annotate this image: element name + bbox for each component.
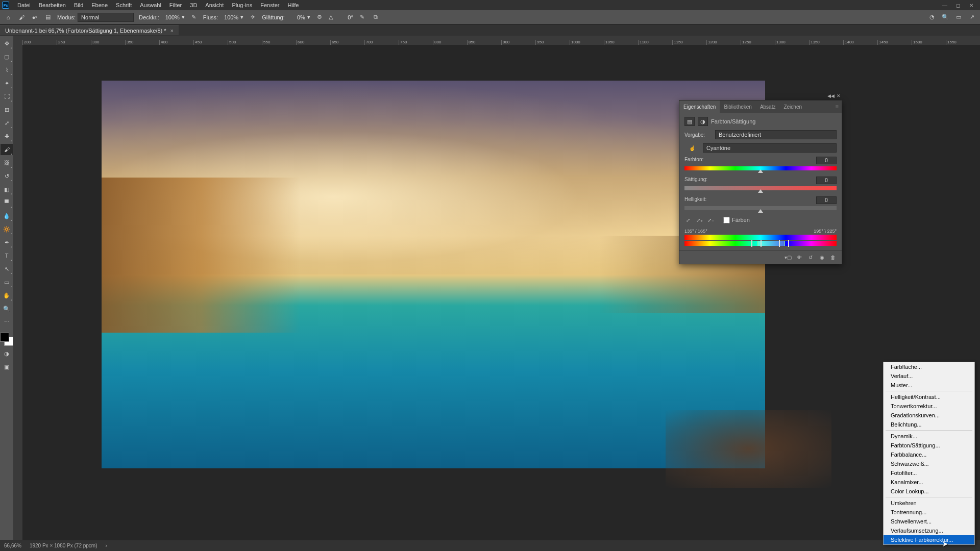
menu-item[interactable]: Muster... — [884, 381, 974, 390]
finger-icon[interactable]: ☝ — [684, 144, 700, 152]
gradient-tool[interactable]: ▀ — [1, 197, 13, 208]
eraser-tool[interactable]: ◧ — [1, 184, 13, 195]
symmetry-icon[interactable]: ⧉ — [372, 13, 380, 21]
ruler-horizontal[interactable]: 2002503003504004505005506006507007508008… — [13, 36, 980, 45]
chevron-down-icon[interactable]: ▾ — [182, 14, 185, 20]
menu-item[interactable]: Color Lookup... — [884, 487, 974, 496]
workspace-icon[interactable]: ▭ — [954, 13, 963, 21]
menu-3d[interactable]: 3D — [186, 2, 201, 8]
home-icon[interactable]: ⌂ — [4, 13, 12, 21]
quickmask-icon[interactable]: ◑ — [1, 348, 13, 359]
shape-tool[interactable]: ▭ — [1, 277, 13, 288]
menu-item[interactable]: Selektive Farbkorrektur... — [884, 535, 974, 544]
panel-close-icon[interactable]: ✕ — [837, 93, 841, 98]
chevron-right-icon[interactable]: › — [106, 543, 107, 548]
marquee-tool[interactable]: ▢ — [1, 51, 13, 62]
zoom-level[interactable]: 66,66% — [4, 543, 21, 548]
menu-item[interactable]: Schwarzweiß... — [884, 459, 974, 468]
menu-item[interactable]: Dynamik... — [884, 432, 974, 441]
dodge-tool[interactable]: 🔆 — [1, 223, 13, 235]
lightness-slider[interactable] — [684, 206, 837, 211]
menu-item[interactable]: Helligkeit/Kontrast... — [884, 392, 974, 402]
menu-item[interactable]: Farbfläche... — [884, 362, 974, 371]
menu-window[interactable]: Fenster — [256, 2, 283, 8]
menu-item[interactable]: Tonwertkorrektur... — [884, 402, 974, 411]
path-tool[interactable]: ↖ — [1, 263, 13, 274]
doc-info[interactable]: 1920 Px × 1080 Px (72 ppcm) — [30, 543, 97, 548]
menu-item[interactable]: Schwellenwert... — [884, 517, 974, 526]
tab-character[interactable]: Zeichen — [779, 101, 806, 113]
stamp-tool[interactable]: ⛓ — [1, 157, 13, 168]
smoothing-input[interactable]: 0% — [287, 14, 305, 20]
menu-file[interactable]: Datei — [13, 2, 35, 8]
mask-icon[interactable]: ◑ — [698, 117, 708, 126]
document-tab[interactable]: Unbenannt-1 bei 66,7% (Farbton/Sättigung… — [0, 26, 179, 35]
menu-select[interactable]: Auswahl — [136, 2, 165, 8]
menu-item[interactable]: Belichtung... — [884, 420, 974, 429]
pressure-size-icon[interactable]: ✎ — [358, 13, 366, 21]
chevron-down-icon[interactable]: ▾ — [240, 14, 243, 20]
hue-slider[interactable] — [684, 166, 837, 171]
close-tab-icon[interactable]: × — [170, 28, 174, 34]
hue-input[interactable]: 0 — [816, 157, 837, 164]
pen-tool[interactable]: ✒ — [1, 237, 13, 248]
pressure-opacity-icon[interactable]: ✎ — [190, 13, 198, 21]
angle-input[interactable]: 0° — [335, 14, 353, 20]
color-range-strip-bottom[interactable] — [684, 241, 837, 246]
mode-select[interactable]: Normal — [78, 13, 134, 22]
menu-type[interactable]: Schrift — [112, 2, 136, 8]
menu-item[interactable]: Verlauf... — [884, 371, 974, 381]
brush-preset-icon[interactable]: ●▾ — [31, 13, 39, 21]
menu-plugins[interactable]: Plug-ins — [228, 2, 256, 8]
channel-select[interactable]: Cyantöne — [703, 143, 837, 153]
maximize-icon[interactable]: ◻ — [951, 3, 965, 8]
menu-view[interactable]: Ansicht — [201, 2, 228, 8]
close-icon[interactable]: ✕ — [965, 3, 978, 8]
lightness-input[interactable]: 0 — [816, 196, 837, 204]
collapse-icon[interactable]: ◀◀ — [827, 93, 835, 98]
tab-properties[interactable]: Eigenschaften — [679, 101, 720, 113]
menu-edit[interactable]: Bearbeiten — [35, 2, 70, 8]
foreground-color[interactable] — [0, 333, 9, 342]
menu-image[interactable]: Bild — [70, 2, 87, 8]
eyedropper-minus-icon[interactable]: ⤢₋ — [707, 216, 714, 223]
color-swatch[interactable] — [0, 333, 13, 346]
colorize-checkbox[interactable]: Färben — [723, 217, 750, 223]
view-previous-icon[interactable]: 👁 — [796, 254, 803, 261]
airbrush-icon[interactable]: ✈ — [249, 13, 257, 21]
history-brush-tool[interactable]: ↺ — [1, 170, 13, 182]
trash-icon[interactable]: 🗑 — [829, 254, 837, 261]
eyedropper-icon[interactable]: ⤢ — [684, 216, 692, 223]
menu-item[interactable]: Umkehren — [884, 498, 974, 508]
brush-tool[interactable]: 🖌 — [1, 144, 13, 155]
move-tool[interactable]: ✥ — [1, 38, 13, 49]
eyedropper-plus-icon[interactable]: ⤢₊ — [696, 216, 703, 223]
zoom-tool[interactable]: 🔍 — [1, 303, 13, 314]
chevron-down-icon[interactable]: ▾ — [307, 14, 310, 20]
heal-tool[interactable]: ✚ — [1, 131, 13, 142]
edit-toolbar-icon[interactable]: ⋯ — [1, 316, 13, 328]
menu-item[interactable]: Gradationskurven... — [884, 411, 974, 420]
eyedropper-tool[interactable]: ⤢ — [1, 117, 13, 129]
menu-item[interactable]: Tontrennung... — [884, 508, 974, 517]
menu-item[interactable]: Farbton/Sättigung... — [884, 441, 974, 450]
wand-tool[interactable]: ✦ — [1, 78, 13, 89]
search-icon[interactable]: 🔍 — [941, 13, 949, 21]
lasso-tool[interactable]: ⌇ — [1, 64, 13, 76]
tab-libraries[interactable]: Bibliotheken — [720, 101, 755, 113]
menu-item[interactable]: Verlaufsumsetzung... — [884, 526, 974, 535]
preset-select[interactable]: Benutzerdefiniert — [715, 130, 837, 139]
minimize-icon[interactable]: — — [938, 3, 951, 8]
menu-item[interactable]: Fotofilter... — [884, 468, 974, 478]
crop-tool[interactable]: ⛶ — [1, 91, 13, 102]
brush-panel-icon[interactable]: ▤ — [44, 13, 52, 21]
hand-tool[interactable]: ✋ — [1, 290, 13, 301]
blur-tool[interactable]: 💧 — [1, 210, 13, 221]
clip-icon[interactable]: ▾▢ — [785, 254, 792, 261]
saturation-input[interactable]: 0 — [816, 177, 837, 184]
saturation-slider[interactable] — [684, 186, 837, 191]
ruler-vertical[interactable] — [13, 45, 22, 540]
toggle-visibility-icon[interactable]: ◉ — [818, 254, 825, 261]
menu-layer[interactable]: Ebene — [87, 2, 112, 8]
tab-paragraph[interactable]: Absatz — [756, 101, 780, 113]
